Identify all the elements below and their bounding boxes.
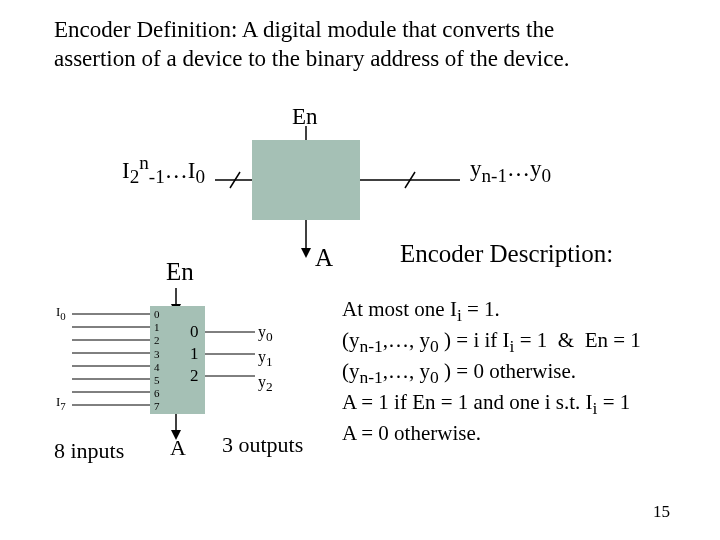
- description-body: At most one Ii = 1. (yn-1,…, y0 ) = i if…: [342, 296, 702, 447]
- bottom-a-label: A: [170, 435, 186, 461]
- input-7-label: I7: [56, 394, 66, 412]
- input-0-label: I0: [56, 304, 66, 322]
- top-outputs-label: yn-1…y0: [470, 156, 551, 187]
- three-outputs-label: 3 outputs: [222, 432, 303, 458]
- page-number: 15: [653, 502, 670, 522]
- svg-marker-6: [301, 248, 311, 258]
- top-inputs-label: I2n-1…I0: [122, 152, 205, 188]
- output-y-labels: y0 y1 y2: [258, 321, 273, 397]
- pin-numbers: 0 1 2 3 4 5 6 7: [154, 308, 160, 414]
- bottom-enable-label: En: [166, 258, 194, 286]
- description-title: Encoder Description:: [400, 240, 613, 268]
- eight-inputs-label: 8 inputs: [54, 438, 124, 464]
- output-pin-numbers: 0 1 2: [190, 321, 199, 387]
- top-a-label: A: [315, 244, 333, 272]
